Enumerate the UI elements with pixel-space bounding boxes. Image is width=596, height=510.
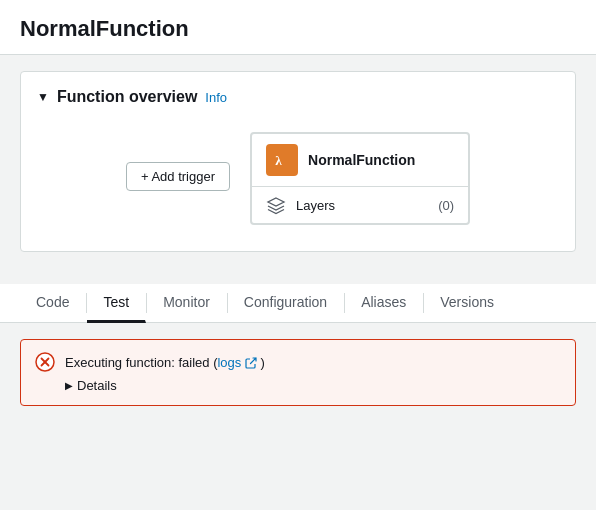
function-box: λ NormalFunction Layers xyxy=(250,132,470,225)
layers-icon xyxy=(266,195,286,215)
layers-row: Layers (0) xyxy=(252,187,468,223)
page-header: NormalFunction xyxy=(0,0,596,55)
tab-aliases[interactable]: Aliases xyxy=(345,284,423,323)
details-label: Details xyxy=(77,378,117,393)
error-banner-header: Executing function: failed (logs ) xyxy=(35,352,561,372)
card-header: ▼ Function overview Info xyxy=(37,88,559,106)
error-message: Executing function: failed (logs ) xyxy=(65,355,265,370)
tab-test[interactable]: Test xyxy=(87,284,146,323)
layers-label: Layers xyxy=(296,198,428,213)
card-title: Function overview xyxy=(57,88,197,106)
tab-versions[interactable]: Versions xyxy=(424,284,511,323)
tabs-bar: Code Test Monitor Configuration Aliases … xyxy=(0,284,596,323)
tab-monitor[interactable]: Monitor xyxy=(147,284,227,323)
error-banner: Executing function: failed (logs ) ▶ Det… xyxy=(20,339,576,406)
function-name-row: λ NormalFunction xyxy=(252,134,468,187)
error-icon xyxy=(35,352,55,372)
left-side: + Add trigger xyxy=(126,132,230,191)
details-arrow-icon: ▶ xyxy=(65,380,73,391)
lambda-icon: λ xyxy=(266,144,298,176)
page-title: NormalFunction xyxy=(20,16,576,42)
info-link[interactable]: Info xyxy=(205,90,227,105)
function-name-label: NormalFunction xyxy=(308,152,415,168)
logs-link[interactable]: logs xyxy=(217,355,260,370)
add-trigger-button[interactable]: + Add trigger xyxy=(126,162,230,191)
layers-count: (0) xyxy=(438,198,454,213)
tab-configuration[interactable]: Configuration xyxy=(228,284,344,323)
details-toggle[interactable]: ▶ Details xyxy=(65,378,561,393)
diagram-area: + Add trigger λ NormalFunction xyxy=(37,122,559,235)
tab-code[interactable]: Code xyxy=(20,284,86,323)
svg-text:λ: λ xyxy=(275,153,282,168)
collapse-icon[interactable]: ▼ xyxy=(37,90,49,104)
main-content: ▼ Function overview Info + Add trigger λ xyxy=(0,55,596,284)
function-overview-card: ▼ Function overview Info + Add trigger λ xyxy=(20,71,576,252)
